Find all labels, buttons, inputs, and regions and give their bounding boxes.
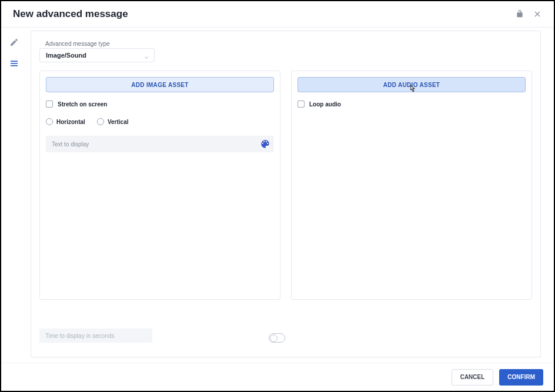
horizontal-label: Horizontal bbox=[56, 119, 85, 125]
add-audio-asset-button[interactable]: ADD AUDIO ASSET bbox=[297, 77, 526, 92]
content-columns: ADD IMAGE ASSET Stretch on screen Horizo… bbox=[39, 71, 532, 300]
orientation-radio-group: Horizontal Vertical bbox=[46, 118, 274, 125]
toggle-switch[interactable] bbox=[269, 333, 285, 343]
text-display-input[interactable] bbox=[46, 136, 274, 152]
confirm-button[interactable]: CONFIRM bbox=[499, 369, 543, 386]
type-select-value: Image/Sound bbox=[46, 52, 86, 59]
add-image-asset-button[interactable]: ADD IMAGE ASSET bbox=[46, 77, 274, 92]
svg-rect-2 bbox=[11, 65, 18, 66]
type-label: Advanced message type bbox=[45, 41, 532, 47]
palette-icon[interactable] bbox=[260, 139, 270, 149]
horizontal-radio[interactable]: Horizontal bbox=[46, 118, 85, 125]
vertical-label: Vertical bbox=[108, 119, 129, 125]
list-icon[interactable] bbox=[9, 59, 19, 68]
close-icon[interactable] bbox=[533, 9, 542, 19]
audio-panel: ADD AUDIO ASSET Loop audio bbox=[291, 71, 532, 300]
stretch-label: Stretch on screen bbox=[58, 101, 107, 108]
stretch-checkbox-row[interactable]: Stretch on screen bbox=[46, 100, 274, 108]
dialog-title: New advanced message bbox=[13, 8, 128, 20]
vertical-radio[interactable]: Vertical bbox=[97, 118, 129, 125]
loop-checkbox[interactable] bbox=[297, 100, 305, 108]
dialog-footer: CANCEL CONFIRM bbox=[1, 363, 554, 391]
loop-label: Loop audio bbox=[309, 101, 341, 108]
header-actions bbox=[515, 9, 542, 19]
sidebar bbox=[9, 38, 19, 68]
horizontal-radio-input[interactable] bbox=[46, 118, 53, 125]
svg-rect-1 bbox=[11, 63, 18, 64]
image-panel: ADD IMAGE ASSET Stretch on screen Horizo… bbox=[39, 71, 280, 300]
time-display-input[interactable] bbox=[39, 329, 152, 343]
pencil-icon[interactable] bbox=[9, 38, 19, 47]
stretch-checkbox[interactable] bbox=[46, 100, 53, 108]
chevron-down-icon bbox=[143, 52, 149, 58]
main-panel: Advanced message type Image/Sound ADD IM… bbox=[31, 31, 541, 357]
type-select[interactable]: Image/Sound bbox=[39, 48, 155, 62]
text-display-wrap bbox=[46, 136, 274, 152]
unlock-icon[interactable] bbox=[515, 9, 524, 19]
vertical-radio-input[interactable] bbox=[97, 118, 104, 125]
svg-rect-0 bbox=[11, 61, 18, 62]
dialog-header: New advanced message bbox=[1, 1, 554, 28]
cancel-button[interactable]: CANCEL bbox=[452, 369, 494, 386]
loop-checkbox-row[interactable]: Loop audio bbox=[297, 100, 526, 108]
